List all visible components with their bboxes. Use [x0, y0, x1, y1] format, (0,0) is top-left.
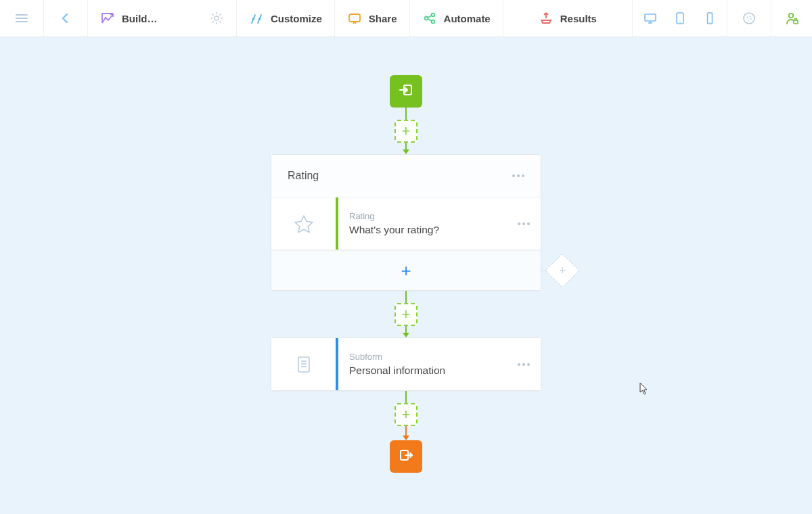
tab-build[interactable]: Build… — [88, 0, 237, 37]
tab-build-label: Build… — [122, 13, 158, 24]
svg-rect-6 — [349, 14, 360, 22]
chevron-left-icon — [58, 11, 73, 26]
flow-column: + Rating Rating What's your rating? — [237, 75, 575, 473]
page-card-rating[interactable]: Rating Rating What's your rating? + — [271, 154, 541, 291]
tab-customize[interactable]: Customize — [237, 0, 335, 37]
row-more-button[interactable] — [507, 338, 541, 390]
connector — [405, 426, 407, 436]
arrow-down-icon — [403, 436, 409, 440]
help-button[interactable] — [727, 0, 771, 37]
more-icon — [518, 363, 530, 366]
question-row[interactable]: Rating What's your rating? — [271, 197, 541, 250]
end-node[interactable] — [390, 440, 422, 473]
star-icon — [271, 197, 336, 250]
more-icon[interactable] — [512, 174, 524, 177]
connector — [405, 291, 407, 303]
tablet-icon[interactable] — [673, 11, 687, 26]
tab-automate[interactable]: Automate — [410, 0, 503, 37]
plus-icon: + — [401, 262, 411, 279]
tab-results[interactable]: Results — [503, 0, 633, 37]
hamburger-icon — [14, 11, 29, 26]
add-branch-button[interactable]: + — [550, 258, 574, 283]
tab-results-label: Results — [560, 13, 597, 24]
help-icon — [742, 11, 757, 26]
svg-marker-25 — [295, 216, 313, 233]
share-icon — [347, 11, 362, 26]
svg-rect-26 — [298, 357, 309, 372]
enter-icon — [398, 82, 414, 101]
gear-icon[interactable] — [209, 11, 224, 26]
customize-icon — [249, 11, 264, 26]
plus-icon: + — [559, 264, 566, 277]
svg-rect-22 — [794, 20, 798, 24]
main-toolbar: Build… Customize Share Automate Results — [0, 0, 812, 37]
device-preview-group — [633, 0, 727, 37]
plus-icon: + — [402, 407, 411, 422]
add-node-button[interactable]: + — [394, 403, 418, 426]
row-type-label: Subform — [349, 352, 496, 362]
svg-point-20 — [747, 16, 751, 20]
svg-point-3 — [215, 16, 219, 20]
flow-canvas[interactable]: + Rating Rating What's your rating? — [0, 37, 812, 514]
question-row[interactable]: Subform Personal information — [271, 338, 541, 390]
connector — [405, 326, 407, 333]
row-body: Subform Personal information — [338, 338, 507, 390]
tab-share[interactable]: Share — [335, 0, 410, 37]
card-header[interactable]: Rating — [271, 155, 541, 197]
back-button[interactable] — [44, 0, 88, 37]
start-node[interactable] — [390, 75, 422, 108]
build-icon — [100, 11, 115, 26]
desktop-icon[interactable] — [643, 11, 658, 26]
document-icon — [271, 338, 336, 390]
automate-icon — [422, 11, 437, 26]
tab-customize-label: Customize — [271, 13, 322, 24]
svg-line-10 — [428, 16, 432, 18]
svg-point-5 — [258, 18, 261, 20]
svg-line-11 — [428, 19, 432, 21]
svg-point-19 — [744, 13, 754, 24]
plus-icon: + — [402, 124, 411, 139]
card-title: Rating — [288, 170, 319, 182]
connector — [405, 143, 407, 149]
svg-point-4 — [252, 18, 254, 20]
row-title-label: What's your rating? — [349, 224, 496, 236]
row-more-button[interactable] — [507, 197, 541, 250]
mobile-icon[interactable] — [702, 11, 717, 26]
plus-icon: + — [402, 307, 411, 322]
svg-rect-12 — [645, 14, 656, 21]
arrow-down-icon — [403, 149, 409, 154]
page-card-subform[interactable]: Subform Personal information — [271, 337, 541, 391]
row-body: Rating What's your rating? — [338, 197, 507, 250]
connector — [405, 391, 407, 403]
user-button[interactable] — [771, 0, 812, 37]
add-question-button[interactable]: + + — [271, 250, 541, 290]
results-icon — [539, 11, 554, 26]
menu-button[interactable] — [0, 0, 44, 37]
add-node-button[interactable]: + — [394, 303, 418, 326]
svg-point-18 — [709, 22, 710, 22]
connector — [405, 108, 407, 120]
row-type-label: Rating — [349, 211, 496, 221]
exit-icon — [398, 447, 414, 466]
more-icon — [518, 223, 530, 225]
tab-share-label: Share — [369, 13, 397, 24]
tab-automate-label: Automate — [444, 13, 491, 24]
mouse-cursor — [639, 382, 649, 396]
svg-point-21 — [789, 14, 793, 18]
add-node-button[interactable]: + — [394, 120, 418, 143]
svg-point-16 — [679, 22, 681, 23]
arrow-down-icon — [403, 333, 409, 337]
row-title-label: Personal information — [349, 365, 496, 377]
user-icon — [784, 11, 799, 26]
